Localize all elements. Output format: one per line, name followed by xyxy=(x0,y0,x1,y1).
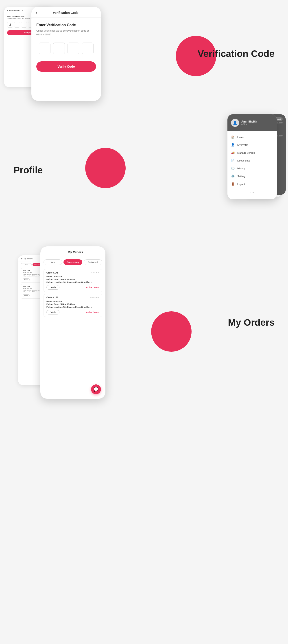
obs-tab-new[interactable]: New xyxy=(21,263,32,266)
order-name-1: Name: John Doe xyxy=(46,275,99,278)
menu-user-info: Amir Sheikh Offline xyxy=(241,120,257,126)
documents-icon: 📄 xyxy=(231,159,235,162)
menu-item-history[interactable]: 🕐 History xyxy=(227,164,277,172)
order-card-1-footer: Details Active Orders xyxy=(46,285,99,290)
menu-label-profile: My Profile xyxy=(237,144,248,146)
verify-code-button[interactable]: Verify Code xyxy=(36,62,96,72)
profile-mockup-container: 👤 Amir Sheikh Offline 🏠 Home 👤 My Profil… xyxy=(227,114,277,199)
menu-label-history: History xyxy=(237,167,245,170)
tab-delivered[interactable]: Delivered xyxy=(84,260,102,265)
fab-chat-button[interactable]: 💬 xyxy=(91,384,101,394)
orders-back-title: My Orders xyxy=(24,258,33,260)
orders-tabs-row: New Processing Delivered xyxy=(40,257,105,267)
active-orders-label-2: Active Orders xyxy=(86,311,99,314)
order-card-2-header: Order #176 23-11-2020 xyxy=(46,296,99,299)
section-profile: Profile 👤 Amir Sheikh Offline 🏠 Home 👤 xyxy=(0,108,288,233)
order-date-1: 23-11-2020 xyxy=(90,272,99,274)
details-button-1[interactable]: Details xyxy=(46,285,59,290)
order-card-2: Order #176 23-11-2020 Name: John Doe Pic… xyxy=(44,294,102,317)
details-button-2[interactable]: Details xyxy=(46,310,59,314)
order-time-2: Pickup Time: 25 Nov 02:46 am xyxy=(46,303,99,305)
tab-new[interactable]: New xyxy=(44,260,62,265)
profile-icon: 👤 xyxy=(231,143,235,146)
otp-input-1[interactable] xyxy=(39,42,51,54)
order-loc-1: Pickup Location: 781 Eastern Pkwy, Brook… xyxy=(46,281,99,283)
hamburger-icon[interactable]: ☰ xyxy=(44,250,48,254)
order-card-1: Order #176 23-11-2020 Name: John Doe Pic… xyxy=(44,269,102,292)
otp-input-4[interactable] xyxy=(82,42,93,54)
menu-user-status: Offline xyxy=(241,123,257,126)
menu-version: V 1.5 xyxy=(227,190,277,196)
obs-details-btn-1[interactable]: Details xyxy=(23,278,30,281)
menu-header: 👤 Amir Sheikh Offline xyxy=(227,114,277,131)
menu-label-logout: Logout xyxy=(237,183,245,186)
order-number-2: Order #176 xyxy=(46,296,58,299)
phone-main-body: Enter Verification Code Check your inbox… xyxy=(31,18,101,77)
menu-label-documents: Documents xyxy=(237,159,250,162)
menu-item-setting[interactable]: ⚙️ Setting xyxy=(227,172,277,180)
order-date-2: 23-11-2020 xyxy=(90,296,99,299)
tab-processing[interactable]: Processing xyxy=(63,260,82,265)
settings-icon: ⚙️ xyxy=(231,174,235,178)
phone-main-header: ‹ Verification Code xyxy=(31,7,101,18)
verify-subtitle: Check your inbox we've sent verification… xyxy=(36,29,96,36)
menu-label-home: Home xyxy=(237,136,244,138)
otp-input-2[interactable] xyxy=(53,42,65,54)
order-loc-2: Pickup Location: 781 Eastern Pkwy, Brook… xyxy=(46,306,99,308)
home-icon: 🏠 xyxy=(231,135,235,139)
otp-box-3-small[interactable] xyxy=(21,22,27,28)
order-card-2-footer: Details Active Orders xyxy=(46,310,99,314)
order-name-2: Name: John Doe xyxy=(46,300,99,302)
menu-item-vehicle[interactable]: 🚚 Manage Vehicle xyxy=(227,149,277,156)
phone-main-verification: ‹ Verification Code Enter Verification C… xyxy=(31,7,101,101)
section-verification: ‹ Verification Co... Enter Verification … xyxy=(0,0,288,108)
hamburger-back-icon: ☰ xyxy=(21,258,23,260)
menu-item-documents[interactable]: 📄 Documents xyxy=(227,156,277,164)
menu-label-vehicle: Manage Vehicle xyxy=(237,152,255,154)
history-icon: 🕐 xyxy=(231,167,235,170)
section-orders: My Orders ☰ My Orders New Processing Del… xyxy=(0,233,288,412)
chat-icon: 💬 xyxy=(93,387,98,392)
orders-mockup-container: ☰ My Orders New Processing Delivered Ord… xyxy=(27,246,92,399)
section3-heading: My Orders xyxy=(228,317,274,328)
order-time-1: Pickup Time: 25 Nov 02:46 am xyxy=(46,278,99,280)
menu-phone: 👤 Amir Sheikh Offline 🏠 Home 👤 My Profil… xyxy=(227,114,277,199)
section1-heading: Verification Code xyxy=(198,48,274,59)
obs-order-num-2: Order #176 xyxy=(23,286,30,287)
order-number-1: Order #176 xyxy=(46,272,58,274)
back-arrow-small-icon: ‹ xyxy=(7,10,8,12)
logout-icon: 🚪 xyxy=(231,182,235,186)
back-arrow-icon[interactable]: ‹ xyxy=(36,11,37,15)
menu-item-logout[interactable]: 🚪 Logout xyxy=(227,180,277,188)
orders-main-phone: ☰ My Orders New Processing Delivered Ord… xyxy=(40,246,105,399)
menu-item-profile[interactable]: 👤 My Profile xyxy=(227,141,277,149)
otp-box-2-small[interactable] xyxy=(14,22,20,28)
otp-row xyxy=(36,42,96,54)
section2-heading: Profile xyxy=(14,165,43,176)
obs-order-num-1: Order #176 xyxy=(23,270,30,271)
orders-main-title: My Orders xyxy=(49,250,101,254)
menu-label-setting: Setting xyxy=(237,175,245,178)
orders-main-header: ☰ My Orders xyxy=(40,246,105,257)
phone-back-title: Verification Co... xyxy=(9,10,25,12)
red-circle-profile xyxy=(85,148,126,188)
vehicle-icon: 🚚 xyxy=(231,151,235,154)
phone-main-title: Verification Code xyxy=(39,11,92,14)
menu-user-name: Amir Sheikh xyxy=(241,120,257,123)
otp-box-1-small[interactable]: 2 xyxy=(7,22,13,28)
verify-title: Enter Verification Code xyxy=(36,23,96,27)
red-circle-orders xyxy=(151,311,192,352)
menu-item-home[interactable]: 🏠 Home xyxy=(227,133,277,141)
active-orders-label-1: Active Orders xyxy=(86,286,99,288)
obs-details-btn-2[interactable]: Details xyxy=(23,294,30,297)
otp-input-3[interactable] xyxy=(68,42,79,54)
order-card-1-header: Order #176 23-11-2020 xyxy=(46,272,99,274)
avatar: 👤 xyxy=(231,119,239,127)
menu-items-list: 🏠 Home 👤 My Profile 🚚 Manage Vehicle 📄 D… xyxy=(227,131,277,190)
